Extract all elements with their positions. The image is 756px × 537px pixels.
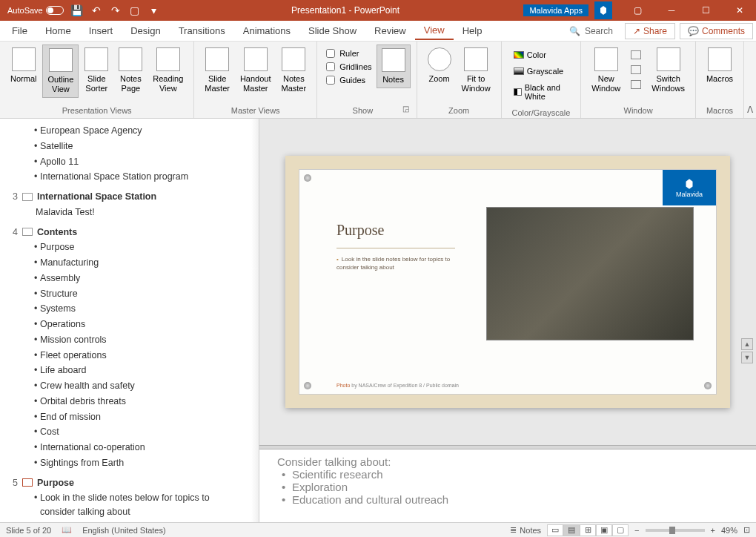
outline-slide-header[interactable]: 4 Contents bbox=[7, 225, 259, 240]
outline-bullet[interactable]: Manufacturing bbox=[7, 255, 259, 271]
reading-view-status-button[interactable]: ▣ bbox=[596, 524, 612, 536]
canvas-area[interactable]: Malavida Purpose Look in the slide notes… bbox=[259, 119, 756, 445]
status-language[interactable]: English (United States) bbox=[82, 526, 166, 535]
undo-icon[interactable]: ↶ bbox=[90, 4, 102, 16]
slide-master-button[interactable]: Slide Master bbox=[200, 45, 234, 96]
outline-subtext[interactable]: Malavida Test! bbox=[7, 205, 259, 220]
menu-view[interactable]: View bbox=[415, 22, 454, 40]
normal-view-button[interactable]: Normal bbox=[6, 45, 41, 87]
bw-button[interactable]: Black and White bbox=[511, 82, 572, 102]
outline-bullet[interactable]: Sightings from Earth bbox=[7, 455, 259, 471]
menu-insert[interactable]: Insert bbox=[80, 22, 122, 39]
search-label: Search bbox=[585, 26, 613, 36]
ribbon-display-icon[interactable]: ▢ bbox=[621, 0, 654, 21]
outline-bullet[interactable]: Look in the slide notes below for topics… bbox=[7, 490, 259, 520]
search-box[interactable]: 🔍 Search bbox=[562, 26, 620, 36]
account-logo-icon[interactable] bbox=[594, 1, 612, 19]
grayscale-button[interactable]: Grayscale bbox=[511, 65, 572, 77]
zoom-slider[interactable] bbox=[646, 529, 705, 532]
menu-slideshow[interactable]: Slide Show bbox=[299, 22, 365, 39]
outline-bullet[interactable]: Life aboard bbox=[7, 363, 259, 378]
ruler-checkbox[interactable]: Ruler bbox=[326, 49, 371, 58]
credit-link[interactable]: Photo bbox=[336, 383, 350, 388]
outline-bullet[interactable]: European Space Agency bbox=[7, 123, 259, 139]
outline-bullet[interactable]: Systems bbox=[7, 301, 259, 317]
outline-bullet[interactable]: Fleet operations bbox=[7, 348, 259, 363]
slide-canvas[interactable]: Malavida Purpose Look in the slide notes… bbox=[285, 156, 730, 408]
sorter-view-status-button[interactable]: ⊞ bbox=[580, 524, 596, 536]
zoom-in-button[interactable]: + bbox=[711, 526, 715, 535]
menu-file[interactable]: File bbox=[3, 22, 36, 39]
outline-bullet[interactable]: Cost bbox=[7, 424, 259, 440]
outline-pane[interactable]: European Space Agency Satellite Apollo 1… bbox=[0, 119, 259, 522]
slideshow-status-button[interactable]: ▢ bbox=[612, 524, 629, 536]
outline-bullet[interactable]: Structure bbox=[7, 286, 259, 302]
outline-bullet[interactable]: Satellite bbox=[7, 139, 259, 154]
slide-body[interactable]: Look in the slide notes below for topics… bbox=[336, 255, 470, 271]
outline-bullet[interactable]: End of mission bbox=[7, 409, 259, 425]
notes-pane[interactable]: Consider talking about: Scientific resea… bbox=[259, 449, 756, 522]
autosave-toggle[interactable]: AutoSave bbox=[7, 6, 64, 15]
slide-title[interactable]: Purpose bbox=[336, 222, 384, 239]
account-badge[interactable]: Malavida Apps bbox=[523, 4, 588, 16]
status-slide[interactable]: Slide 5 of 20 bbox=[6, 526, 51, 535]
normal-view-status-button[interactable]: ▭ bbox=[547, 524, 563, 536]
show-launcher-icon[interactable]: ◲ bbox=[402, 105, 411, 116]
notes-master-button[interactable]: Notes Master bbox=[277, 45, 311, 96]
outline-view-status-button[interactable]: ▤ bbox=[563, 524, 580, 536]
status-notes-button[interactable]: ≣Notes bbox=[510, 525, 541, 535]
arrange-all-button[interactable] bbox=[628, 49, 644, 61]
fit-slide-button[interactable]: ⊡ bbox=[743, 525, 750, 535]
outline-bullet[interactable]: Assembly bbox=[7, 271, 259, 286]
maximize-button[interactable]: ☐ bbox=[689, 0, 722, 21]
gridlines-checkbox[interactable]: Gridlines bbox=[326, 62, 371, 71]
outline-slide-header[interactable]: 5 Purpose bbox=[7, 475, 259, 491]
slideshow-icon[interactable]: ▢ bbox=[129, 4, 141, 16]
outline-bullet[interactable]: Operations bbox=[7, 317, 259, 332]
slide-image[interactable] bbox=[486, 207, 694, 340]
outline-bullet[interactable]: Purpose bbox=[7, 240, 259, 255]
zoom-button[interactable]: Zoom bbox=[423, 45, 456, 87]
group-label: Presentation Views bbox=[6, 105, 188, 116]
handout-master-button[interactable]: Handout Master bbox=[236, 45, 276, 96]
notes-page-button[interactable]: Notes Page bbox=[114, 45, 147, 96]
menu-transitions[interactable]: Transitions bbox=[170, 22, 234, 39]
color-button[interactable]: Color bbox=[511, 49, 572, 61]
menu-design[interactable]: Design bbox=[122, 22, 169, 39]
redo-icon[interactable]: ↷ bbox=[110, 4, 122, 16]
notes-button[interactable]: Notes bbox=[377, 45, 411, 88]
fit-window-button[interactable]: Fit to Window bbox=[457, 45, 495, 96]
menu-animations[interactable]: Animations bbox=[234, 22, 299, 39]
outline-view-button[interactable]: Outline View bbox=[42, 45, 79, 98]
outline-bullet[interactable]: International Space Station program bbox=[7, 169, 259, 185]
collapse-ribbon-icon[interactable]: ᐱ bbox=[744, 102, 756, 118]
menu-help[interactable]: Help bbox=[454, 22, 491, 39]
outline-bullet[interactable]: Apollo 11 bbox=[7, 154, 259, 170]
move-split-button[interactable] bbox=[628, 79, 644, 90]
outline-bullet[interactable]: Crew health and safety bbox=[7, 378, 259, 394]
next-slide-button[interactable]: ▼ bbox=[741, 352, 753, 363]
reading-view-button[interactable]: Reading View bbox=[148, 45, 188, 96]
close-button[interactable]: ✕ bbox=[723, 0, 756, 21]
share-button[interactable]: ↗ Share bbox=[625, 23, 675, 39]
slide-sorter-button[interactable]: Slide Sorter bbox=[80, 45, 113, 96]
guides-checkbox[interactable]: Guides bbox=[326, 76, 371, 85]
menu-review[interactable]: Review bbox=[365, 22, 415, 39]
outline-bullet[interactable]: International co-operation bbox=[7, 440, 259, 455]
outline-bullet[interactable]: Mission controls bbox=[7, 332, 259, 348]
minimize-button[interactable]: ─ bbox=[655, 0, 688, 21]
spellcheck-icon[interactable]: 📖 bbox=[62, 525, 72, 535]
qat-dropdown-icon[interactable]: ▾ bbox=[148, 4, 160, 16]
macros-button[interactable]: Macros bbox=[702, 45, 737, 87]
comments-button[interactable]: 💬 Comments bbox=[680, 23, 753, 39]
outline-slide-header[interactable]: 3 International Space Station bbox=[7, 189, 259, 205]
new-window-button[interactable]: New Window bbox=[587, 45, 625, 96]
prev-slide-button[interactable]: ▲ bbox=[741, 338, 753, 350]
outline-bullet[interactable]: Orbital debris threats bbox=[7, 394, 259, 409]
menu-home[interactable]: Home bbox=[36, 22, 80, 39]
zoom-out-button[interactable]: − bbox=[634, 526, 639, 535]
save-icon[interactable]: 💾 bbox=[71, 4, 83, 16]
switch-windows-button[interactable]: Switch Windows bbox=[647, 45, 689, 96]
zoom-level[interactable]: 49% bbox=[721, 526, 737, 535]
cascade-button[interactable] bbox=[628, 64, 644, 76]
